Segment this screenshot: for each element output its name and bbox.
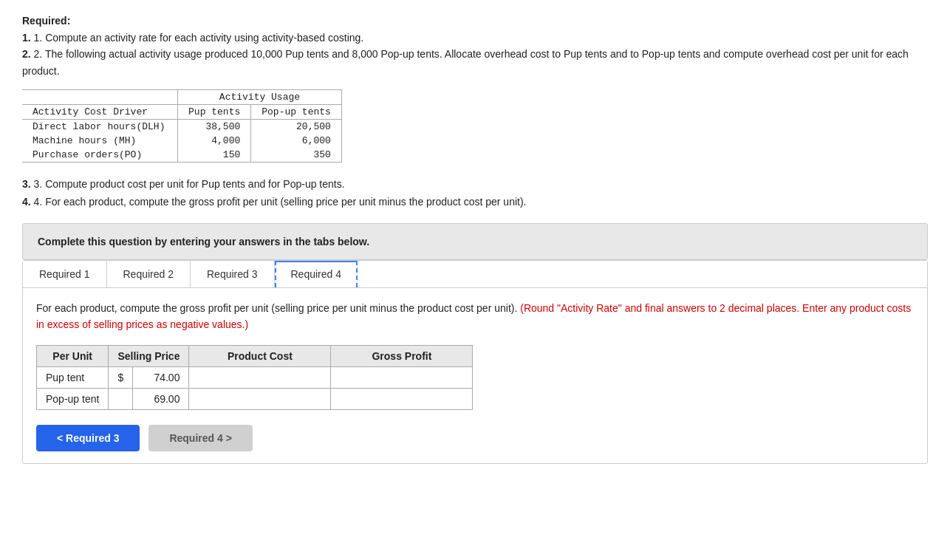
intro-section: 1. 1. Compute an activity rate for each … (22, 30, 928, 79)
table-row-pup: Pup tent $ 74.00 (37, 366, 473, 388)
col-pup-tents: Pup tents (178, 105, 251, 120)
table-row-popup: Pop-up tent 69.00 (37, 388, 473, 409)
step3-text: 3. 3. Compute product cost per unit for … (22, 176, 928, 211)
activity-usage-header: Activity Usage (178, 90, 342, 105)
pup-gross-profit-cell (331, 366, 473, 388)
answer-table: Per Unit Selling Price Product Cost Gros… (36, 345, 473, 410)
tabs-section: Required 1 Required 2 Required 3 Require… (22, 260, 928, 464)
complete-box: Complete this question by entering your … (22, 223, 928, 260)
pup-dollar-sign: $ (109, 366, 133, 388)
tabs-bar: Required 1 Required 2 Required 3 Require… (23, 261, 927, 288)
popup-gross-profit-cell (331, 388, 473, 409)
pup-selling-price: 74.00 (133, 366, 189, 388)
popup-label: Pop-up tent (37, 388, 109, 409)
popup-product-cost-input[interactable] (189, 389, 330, 409)
col-per-unit: Per Unit (37, 345, 109, 366)
pup-label: Pup tent (37, 366, 109, 388)
tab-required2[interactable]: Required 2 (107, 261, 191, 287)
tab-required1[interactable]: Required 1 (23, 261, 107, 287)
pup-product-cost-cell (189, 366, 331, 388)
col-product-cost: Product Cost (189, 345, 331, 366)
required-header: Required: (22, 15, 928, 27)
prev-button[interactable]: < Required 3 (36, 425, 140, 451)
popup-gross-profit-input[interactable] (331, 389, 472, 409)
next-button[interactable]: Required 4 > (148, 425, 252, 451)
popup-selling-price: 69.00 (133, 388, 189, 409)
intro-line1: 1. 1. Compute an activity rate for each … (22, 30, 928, 46)
popup-dollar-sign (109, 388, 133, 409)
popup-product-cost-cell (189, 388, 331, 409)
col-gross-profit: Gross Profit (331, 345, 473, 366)
intro-line2: 2. 2. The following actual activity usag… (22, 46, 928, 79)
table-row: Machine hours (MH) 4,000 6,000 (22, 134, 341, 148)
nav-buttons: < Required 3 Required 4 > (36, 425, 914, 451)
col-popup-tents: Pop-up tents (251, 105, 342, 120)
table-row: Direct labor hours(DLH) 38,500 20,500 (22, 120, 341, 134)
pup-product-cost-input[interactable] (189, 367, 330, 388)
col-activity-driver: Activity Cost Driver (22, 105, 178, 120)
activity-table: Activity Usage Activity Cost Driver Pup … (22, 89, 342, 163)
tab4-content: For each product, compute the gross prof… (23, 288, 927, 463)
pup-gross-profit-input[interactable] (331, 367, 472, 388)
tab-required4[interactable]: Required 4 (275, 261, 358, 287)
tab4-desc-normal: For each product, compute the gross prof… (36, 302, 517, 314)
table-row: Purchase orders(PO) 150 350 (22, 148, 341, 163)
col-selling-price: Selling Price (109, 345, 189, 366)
tab-required3[interactable]: Required 3 (191, 261, 275, 287)
tab4-description: For each product, compute the gross prof… (36, 300, 914, 333)
